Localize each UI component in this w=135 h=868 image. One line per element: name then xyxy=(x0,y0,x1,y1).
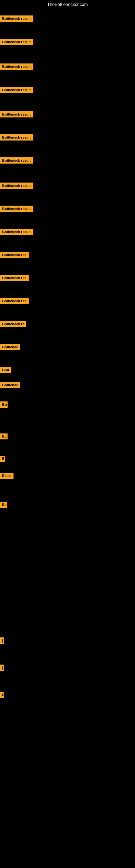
bottleneck-badge: Bottleneck result xyxy=(0,157,33,163)
bottleneck-badge: | xyxy=(0,664,4,671)
bottleneck-badge: Bo xyxy=(0,433,8,439)
bottleneck-badge: Bottleneck result xyxy=(0,16,33,22)
bottleneck-badge: Bottleneck re xyxy=(0,321,26,327)
bottleneck-badge: Bottleneck res xyxy=(0,275,29,281)
bottleneck-badge: Bottleneck result xyxy=(0,229,33,235)
bottleneck-badge: Bottleneck result xyxy=(0,134,33,141)
site-title: TheBottlenecker.com xyxy=(0,0,135,9)
bottleneck-badge: Bottleneck result xyxy=(0,63,33,70)
bottleneck-badge: B xyxy=(0,456,5,462)
bottleneck-badge: Bottleneck result xyxy=(0,39,33,45)
bottleneck-badge: Bottle xyxy=(0,473,13,479)
bottleneck-badge: Bottlenec xyxy=(0,382,20,388)
bottleneck-badge: Bo xyxy=(0,401,8,408)
bottleneck-badge: Bottleneck result xyxy=(0,111,33,118)
bottleneck-badge: Bottlenec xyxy=(0,344,20,350)
bottleneck-badge: Bottleneck result xyxy=(0,183,33,189)
bottleneck-badge: Bo xyxy=(0,502,7,508)
bottleneck-badge: Bottleneck result xyxy=(0,206,33,212)
bottleneck-badge: | xyxy=(0,638,4,644)
bottleneck-badge: Bott xyxy=(0,367,11,373)
bottleneck-badge: Bottleneck res xyxy=(0,298,29,304)
bottleneck-badge: Bottleneck res xyxy=(0,252,29,258)
bottleneck-badge: Bottleneck result xyxy=(0,87,33,93)
bottleneck-badge: E xyxy=(0,692,4,698)
